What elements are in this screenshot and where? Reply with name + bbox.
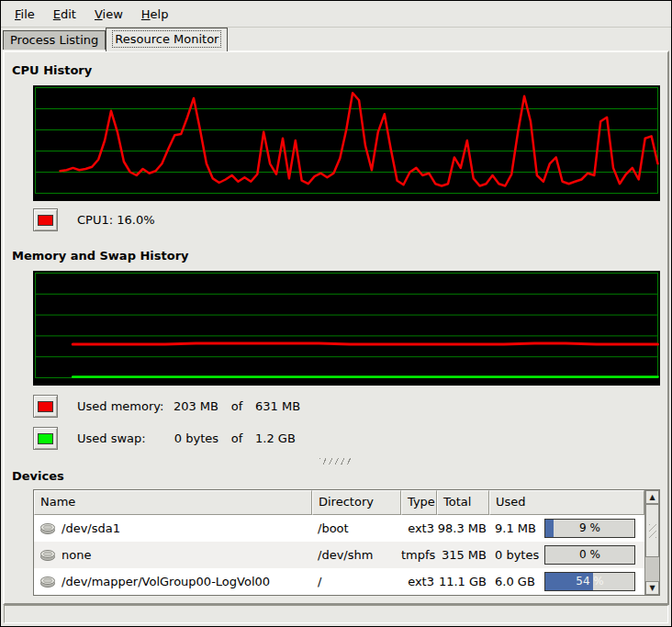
menu-bar: FileEditViewHelp [1, 1, 671, 28]
used-memory-of: of [218, 399, 255, 413]
device-directory: /dev/shm [312, 548, 401, 562]
scrollbar-up-button[interactable]: ▲ [645, 490, 659, 504]
tab-bar: Process Listing Resource Monitor [1, 28, 671, 50]
memory-color-button[interactable] [33, 395, 58, 418]
column-header-used[interactable]: Used [489, 490, 644, 515]
devices-title: Devices [12, 469, 667, 483]
memory-swap-history-title: Memory and Swap History [12, 249, 667, 263]
device-total: 11.1 GB [437, 575, 489, 588]
used-memory-legend: Used memory: 203 MB of 631 MB [33, 395, 667, 418]
memory-swap-graph [33, 271, 660, 386]
device-used-value: 6.0 GB [489, 575, 543, 588]
cpu-history-graph [33, 85, 660, 201]
cpu-legend-label: CPU1: 16.0% [77, 213, 155, 227]
usage-progress-bar: 54 % [544, 572, 635, 591]
cpu-history-title: CPU History [12, 63, 667, 77]
device-row[interactable]: /dev/sda1/bootext398.3 MB9.1 MB9 % [34, 515, 644, 542]
table-scrollbar[interactable]: ▲ ▼ [644, 490, 659, 595]
column-header-total[interactable]: Total [437, 490, 489, 515]
usage-percent-label: 54 % [545, 573, 634, 590]
device-name: /dev/sda1 [62, 521, 120, 535]
devices-table-header: Name Directory Type Total Used [34, 490, 644, 515]
disk-icon [39, 575, 56, 588]
menu-view[interactable]: View [85, 3, 132, 26]
usage-progress-bar: 0 % [544, 545, 635, 565]
device-type: ext3 [401, 575, 437, 588]
disk-icon [39, 521, 56, 535]
cpu-history-plot [33, 85, 660, 201]
used-swap-legend: Used swap: 0 bytes of 1.2 GB [33, 427, 667, 450]
column-header-directory[interactable]: Directory [312, 490, 401, 515]
memory-total-value: 631 MB [255, 399, 300, 413]
device-name-cell: none [34, 548, 312, 562]
tab-resource-monitor-label: Resource Monitor [113, 31, 220, 47]
cpu-color-swatch [38, 215, 53, 226]
column-header-name[interactable]: Name [34, 490, 312, 515]
used-swap-value: 0 bytes [169, 431, 218, 445]
device-name: none [62, 548, 91, 562]
device-directory: /boot [312, 521, 401, 535]
menu-edit[interactable]: Edit [44, 3, 85, 26]
memory-swap-plot [33, 271, 660, 386]
tab-resource-monitor[interactable]: Resource Monitor [106, 28, 228, 51]
device-total: 315 MB [437, 548, 489, 562]
usage-percent-label: 0 % [545, 546, 634, 564]
device-row[interactable]: none/dev/shmtmpfs315 MB0 bytes0 % [34, 542, 644, 568]
used-memory-value: 203 MB [169, 399, 218, 413]
tab-process-listing[interactable]: Process Listing [3, 30, 106, 50]
used-swap-label: Used swap: [77, 431, 169, 445]
usage-percent-label: 9 % [545, 520, 634, 537]
status-bar [4, 605, 668, 623]
used-swap-of: of [218, 431, 255, 445]
cpu-color-button[interactable] [33, 208, 58, 231]
system-monitor-window: FileEditViewHelp Process Listing Resourc… [0, 0, 672, 627]
device-total: 98.3 MB [437, 521, 489, 535]
device-name: /dev/mapper/VolGroup00-LogVol00 [62, 575, 270, 588]
pane-resize-grip[interactable] [319, 458, 353, 465]
cpu-legend: CPU1: 16.0% [33, 208, 667, 231]
menu-help[interactable]: Help [132, 3, 178, 26]
swap-color-button[interactable] [33, 427, 58, 450]
device-row[interactable]: /dev/mapper/VolGroup00-LogVol00/ext311.1… [34, 568, 644, 595]
swap-color-swatch [38, 433, 53, 444]
device-used-cell: 9.1 MB9 % [489, 519, 644, 538]
device-type: tmpfs [401, 548, 437, 562]
scrollbar-thumb[interactable] [645, 504, 659, 557]
usage-progress-bar: 9 % [544, 519, 635, 538]
device-used-value: 0 bytes [489, 548, 543, 562]
device-used-value: 9.1 MB [489, 521, 543, 535]
device-type: ext3 [401, 521, 437, 535]
device-directory: / [312, 575, 401, 588]
menu-file[interactable]: File [6, 3, 44, 26]
scrollbar-down-button[interactable]: ▼ [645, 581, 659, 595]
resource-monitor-page: CPU History CPU1: 16.0% Memory and Swap … [3, 50, 669, 605]
device-used-cell: 0 bytes0 % [489, 545, 644, 565]
devices-table-body: /dev/sda1/bootext398.3 MB9.1 MB9 % none/… [34, 515, 644, 595]
swap-total-value: 1.2 GB [255, 431, 296, 445]
device-used-cell: 6.0 GB54 % [489, 572, 644, 591]
column-header-type[interactable]: Type [401, 490, 437, 515]
device-name-cell: /dev/sda1 [34, 521, 312, 535]
disk-icon [39, 548, 56, 562]
devices-table: Name Directory Type Total Used /dev/sda1… [33, 489, 660, 596]
device-name-cell: /dev/mapper/VolGroup00-LogVol00 [34, 575, 312, 588]
used-memory-label: Used memory: [77, 399, 169, 413]
memory-color-swatch [38, 401, 53, 412]
